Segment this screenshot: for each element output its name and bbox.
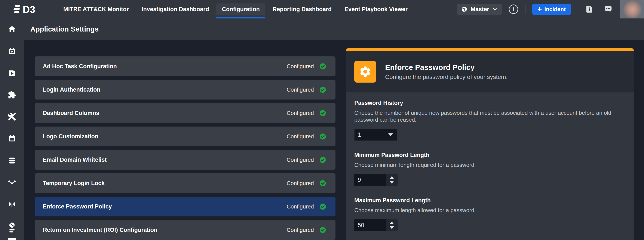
configured-check-icon (320, 203, 326, 210)
enforce-password-policy-panel: Enforce Password Policy Configure the pa… (346, 48, 634, 240)
d3-logo[interactable]: D3 (12, 3, 45, 15)
chevron-down-icon (492, 7, 498, 12)
puzzle-icon[interactable] (8, 90, 16, 99)
user-avatar[interactable] (620, 0, 644, 19)
calendar-play-icon[interactable] (8, 47, 16, 55)
main-area: Application Settings Ad Hoc Task Configu… (24, 19, 644, 240)
stepper-up-icon[interactable] (390, 221, 394, 224)
status-text: Configured (287, 203, 314, 210)
incident-button-label: Incident (544, 6, 566, 13)
settings-item-ad-hoc-task-configuration[interactable]: Ad Hoc Task Configuration Configured (35, 56, 336, 76)
settings-item-enforce-password-policy[interactable]: Enforce Password Policy Configured (35, 197, 336, 216)
tools-icon[interactable] (8, 112, 16, 121)
document-info-icon (585, 5, 594, 14)
settings-item-label: Email Domain Whitelist (43, 157, 287, 163)
settings-item-email-domain-whitelist[interactable]: Email Domain Whitelist Configured (35, 150, 336, 170)
configured-check-icon (320, 157, 326, 163)
status-text: Configured (287, 110, 314, 116)
field-label: Maximum Password Length (354, 197, 625, 204)
globe-icon (461, 6, 468, 13)
tab-investigation-dashboard[interactable]: Investigation Dashboard (135, 0, 216, 19)
field-label: Password History (354, 100, 625, 106)
field-maximum-password-length: Maximum Password Length Choose maximum l… (354, 197, 625, 231)
settings-item-label: Ad Hoc Task Configuration (43, 63, 287, 70)
plus-icon: + (538, 5, 542, 13)
settings-item-temporary-login-lock[interactable]: Temporary Login Lock Configured (35, 173, 336, 193)
settings-item-login-authentication[interactable]: Login Authentication Configured (35, 80, 336, 99)
gear-icon (354, 61, 376, 83)
top-nav-bar: D3 MITRE ATT&CK Monitor Investigation Da… (0, 0, 644, 19)
tab-label: Event Playbook Viewer (344, 6, 408, 13)
dropdown-value: 1 (358, 132, 361, 138)
configured-check-icon (320, 110, 326, 116)
settings-content: Ad Hoc Task Configuration Configured Log… (24, 40, 644, 240)
stepper-down-icon[interactable] (390, 181, 394, 184)
status-text: Configured (287, 86, 314, 93)
video-playbook-icon[interactable] (8, 69, 16, 77)
site-selector-value: Master (470, 6, 489, 13)
broadcast-icon[interactable] (8, 200, 16, 208)
calendar-icon[interactable] (8, 134, 16, 143)
page-title: Application Settings (30, 25, 99, 33)
tab-label: MITRE ATT&CK Monitor (63, 6, 129, 13)
chat-icon[interactable] (603, 4, 613, 14)
field-description: Choose minimum length required for a pas… (354, 162, 621, 168)
password-history-dropdown[interactable]: 1 (354, 129, 397, 141)
stepper-down-icon[interactable] (390, 226, 394, 229)
release-notes-icon[interactable] (585, 5, 594, 14)
new-incident-button[interactable]: + Incident (532, 4, 571, 15)
panel-subtitle: Configure the password policy of your sy… (385, 74, 508, 80)
database-icon[interactable] (8, 156, 16, 165)
field-description: Choose maximum length allowed for a pass… (354, 207, 621, 214)
settings-item-label: Temporary Login Lock (43, 180, 287, 187)
tab-mitre-attck-monitor[interactable]: MITRE ATT&CK Monitor (57, 0, 135, 19)
chat-bubble-icon (603, 4, 613, 14)
dropdown-caret-icon (388, 134, 393, 136)
configured-check-icon (320, 86, 326, 93)
globe-list-icon[interactable] (8, 222, 16, 235)
stepper-up-icon[interactable] (390, 176, 394, 179)
tab-label: Configuration (222, 6, 260, 13)
maximum-password-length-stepper (354, 219, 398, 231)
topbar-divider (578, 4, 578, 14)
share-nodes-icon[interactable] (8, 178, 16, 187)
info-icon[interactable]: i (509, 5, 518, 14)
stepper-buttons (386, 219, 398, 231)
settings-item-label: Dashboard Columns (43, 110, 287, 116)
settings-item-label: Login Authentication (43, 86, 287, 93)
settings-item-label: Enforce Password Policy (43, 203, 287, 210)
stepper-buttons (386, 174, 398, 186)
tab-configuration[interactable]: Configuration (216, 0, 266, 19)
site-selector-dropdown[interactable]: Master (457, 4, 502, 15)
configured-check-icon (320, 63, 326, 70)
tab-reporting-dashboard[interactable]: Reporting Dashboard (266, 0, 338, 19)
field-password-history: Password History Choose the number of un… (354, 100, 625, 141)
field-minimum-password-length: Minimum Password Length Choose minimum l… (354, 152, 625, 186)
settings-item-roi-configuration[interactable]: Return on Investment (ROI) Configuration… (35, 220, 336, 240)
configured-check-icon (320, 227, 326, 233)
topbar-right-cluster: Master i + Incident (457, 0, 644, 19)
status-text: Configured (287, 133, 314, 140)
configured-check-icon (320, 180, 326, 187)
topbar-divider (525, 4, 526, 14)
status-text: Configured (287, 157, 314, 163)
panel-title: Enforce Password Policy (385, 63, 508, 72)
settings-item-logo-customization[interactable]: Logo Customization Configured (35, 127, 336, 146)
minimum-password-length-input[interactable] (354, 174, 386, 186)
configured-check-icon (320, 133, 326, 140)
settings-item-label: Return on Investment (ROI) Configuration (43, 227, 287, 233)
app-window: D3 MITRE ATT&CK Monitor Investigation Da… (0, 0, 644, 240)
left-icon-sidebar (0, 19, 24, 240)
tab-label: Reporting Dashboard (272, 6, 332, 13)
field-description: Choose the number of unique new password… (354, 109, 621, 123)
maximum-password-length-input[interactable] (354, 219, 386, 231)
status-text: Configured (287, 63, 314, 70)
page-header: Application Settings (24, 19, 644, 40)
tab-event-playbook-viewer[interactable]: Event Playbook Viewer (338, 0, 414, 19)
home-icon[interactable] (8, 25, 16, 34)
tab-label: Investigation Dashboard (142, 6, 209, 13)
settings-item-label: Logo Customization (43, 133, 287, 140)
cutoff-sidebar-icon[interactable] (8, 238, 16, 240)
field-label: Minimum Password Length (354, 152, 625, 159)
settings-item-dashboard-columns[interactable]: Dashboard Columns Configured (35, 103, 336, 123)
